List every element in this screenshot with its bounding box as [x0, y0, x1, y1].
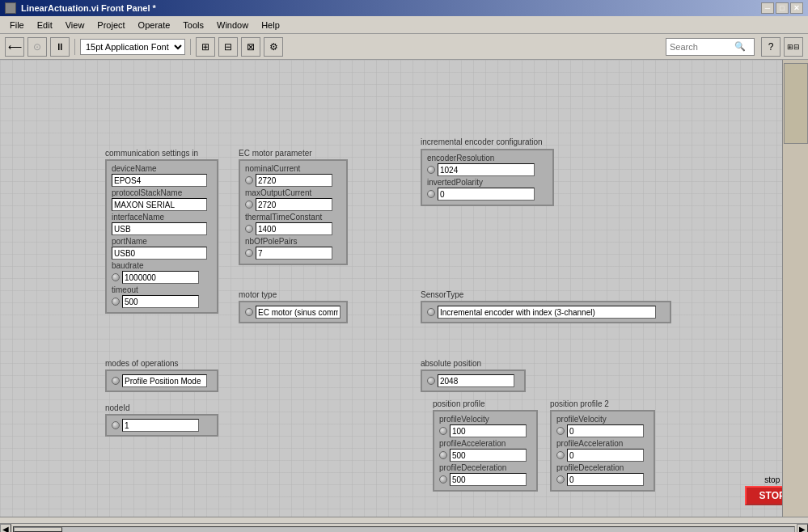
- align-button[interactable]: ⊞: [196, 37, 215, 57]
- profile2-acceleration-label: profileAcceleration: [556, 439, 649, 448]
- resize-button[interactable]: ⊠: [241, 37, 260, 57]
- close-button[interactable]: ✕: [790, 2, 803, 14]
- app-icon: [5, 2, 16, 14]
- inverted-polarity-knob: [427, 190, 435, 198]
- profile-velocity-knob: [439, 427, 447, 435]
- port-name-label: portName: [112, 237, 212, 246]
- baudrate-knob: [112, 273, 120, 281]
- timeout-input[interactable]: [122, 295, 199, 308]
- thermal-label: thermalTimeConstant: [245, 213, 341, 222]
- nodeid-knob: [112, 421, 120, 429]
- back-button[interactable]: ⟵: [5, 37, 24, 57]
- motor-type-knob: [245, 308, 253, 316]
- max-output-knob: [245, 201, 253, 209]
- scroll-right-button[interactable]: ▶: [797, 524, 808, 533]
- profile-velocity-label: profileVelocity: [439, 415, 531, 424]
- profile2-acceleration-input[interactable]: [567, 449, 644, 462]
- maximize-button[interactable]: □: [776, 2, 789, 14]
- menu-operate[interactable]: Operate: [132, 19, 177, 32]
- profile-deceleration-input[interactable]: [450, 473, 527, 486]
- profile-velocity-input[interactable]: [450, 424, 527, 437]
- sensor-type-group: SensorType: [421, 290, 671, 323]
- device-name-label: deviceName: [112, 164, 212, 173]
- inverted-polarity-input[interactable]: [438, 188, 535, 201]
- absolute-position-group: absolute position: [421, 359, 526, 392]
- profile2-velocity-input[interactable]: [567, 424, 644, 437]
- menu-help[interactable]: Help: [255, 19, 286, 32]
- title-bar: LinearActuation.vi Front Panel * ─ □ ✕: [0, 0, 808, 16]
- profile-acceleration-knob: [439, 451, 447, 459]
- window-controls: ─ □ ✕: [761, 2, 803, 14]
- encoder-res-knob: [427, 166, 435, 174]
- scrollbar-thumb: [14, 527, 62, 532]
- baudrate-label: baudrate: [112, 261, 212, 270]
- encoder-config-group: incremental encoder configuration encode…: [421, 137, 554, 206]
- scroll-left-button[interactable]: ◀: [0, 524, 11, 533]
- absolute-position-input[interactable]: [438, 374, 514, 387]
- comm-settings-group: communication settings in deviceName pro…: [105, 149, 218, 314]
- protocol-stack-input[interactable]: [112, 198, 207, 211]
- position-profile2-group: position profile 2 profileVelocity profi…: [550, 399, 655, 492]
- font-selector[interactable]: 15pt Application Font: [80, 39, 185, 55]
- menu-project[interactable]: Project: [91, 19, 131, 32]
- timeout-knob: [112, 298, 120, 306]
- profile2-acceleration-knob: [556, 451, 565, 459]
- distribute-button[interactable]: ⊟: [218, 37, 238, 57]
- profile2-deceleration-label: profileDeceleration: [556, 463, 649, 472]
- search-box[interactable]: 🔍: [666, 38, 755, 56]
- inverted-polarity-label: invertedPolarity: [427, 178, 548, 187]
- profile-acceleration-input[interactable]: [450, 449, 527, 462]
- config-button[interactable]: ⚙: [264, 37, 283, 57]
- right-panel-controls: [784, 63, 808, 144]
- pause-button[interactable]: ⏸: [50, 37, 70, 57]
- toolbar: ⟵ ⊙ ⏸ 15pt Application Font ⊞ ⊟ ⊠ ⚙ 🔍 ? …: [0, 34, 808, 60]
- palette-button[interactable]: ⊞⊟: [784, 37, 803, 57]
- ec-motor-group: EC motor parameter nominalCurrent maxOut…: [239, 149, 348, 265]
- thermal-knob: [245, 225, 253, 233]
- stop-label: stop: [764, 475, 780, 484]
- interface-input[interactable]: [112, 222, 207, 235]
- profile-deceleration-label: profileDeceleration: [439, 463, 531, 472]
- menu-window[interactable]: Window: [210, 19, 255, 32]
- nominal-current-label: nominalCurrent: [245, 164, 341, 173]
- sensor-type-label: SensorType: [421, 290, 671, 299]
- encoder-config-label: incremental encoder configuration: [421, 137, 554, 147]
- baudrate-input[interactable]: [122, 271, 199, 284]
- absolute-position-knob: [427, 377, 435, 385]
- profile-deceleration-knob: [439, 475, 447, 483]
- status-bar: ◀ ▶: [0, 517, 808, 532]
- scrollbar-track[interactable]: [13, 526, 795, 533]
- encoder-res-input[interactable]: [438, 163, 535, 176]
- sensor-type-input[interactable]: [438, 306, 656, 319]
- menu-view[interactable]: View: [59, 19, 91, 32]
- separator-2: [190, 39, 191, 55]
- nodeid-group: nodeId: [105, 403, 218, 437]
- nb-pole-input[interactable]: [256, 247, 332, 260]
- device-name-input[interactable]: [112, 174, 207, 187]
- motor-type-input[interactable]: [256, 306, 341, 319]
- canvas-area: communication settings in deviceName pro…: [0, 60, 808, 517]
- minimize-button[interactable]: ─: [761, 2, 774, 14]
- search-input[interactable]: [670, 42, 734, 52]
- thermal-input[interactable]: [256, 222, 332, 235]
- nb-pole-label: nbOfPolePairs: [245, 237, 341, 246]
- modes-input[interactable]: [122, 374, 207, 387]
- help-button[interactable]: ?: [761, 37, 781, 57]
- menu-edit[interactable]: Edit: [31, 19, 59, 32]
- menu-tools[interactable]: Tools: [176, 19, 210, 32]
- right-panel: [782, 60, 808, 517]
- profile2-deceleration-knob: [556, 475, 565, 483]
- run-button[interactable]: ⊙: [27, 37, 47, 57]
- absolute-position-label: absolute position: [421, 359, 526, 368]
- profile-acceleration-label: profileAcceleration: [439, 439, 531, 448]
- search-icon[interactable]: 🔍: [734, 41, 746, 52]
- max-output-input[interactable]: [256, 198, 332, 211]
- comm-settings-label: communication settings in: [105, 149, 218, 158]
- port-name-input[interactable]: [112, 247, 207, 260]
- scrollbar-area: ◀ ▶: [0, 523, 808, 532]
- menu-file[interactable]: File: [3, 19, 31, 32]
- nodeid-input[interactable]: [122, 419, 199, 432]
- position-profile-label: position profile: [433, 399, 538, 408]
- nominal-current-input[interactable]: [256, 174, 332, 187]
- profile2-deceleration-input[interactable]: [567, 473, 644, 486]
